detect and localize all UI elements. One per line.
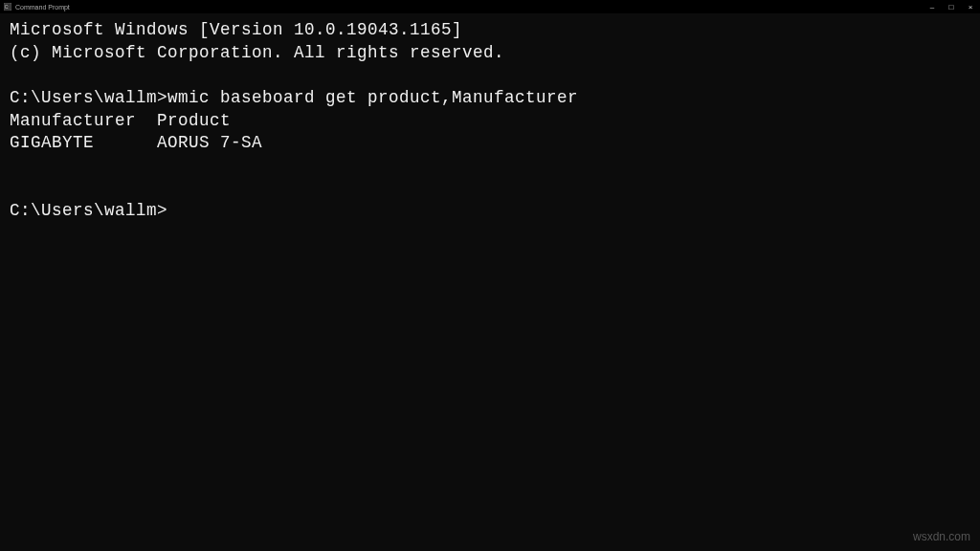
terminal-prompt: C:\Users\wallm> <box>10 200 970 223</box>
terminal-line: GIGABYTE AORUS 7-SA <box>10 132 970 155</box>
close-button[interactable]: × <box>965 2 976 11</box>
terminal-line <box>10 177 970 200</box>
window-controls: – □ × <box>926 2 976 11</box>
terminal-line: Microsoft Windows [Version 10.0.19043.11… <box>10 19 970 42</box>
terminal-line <box>10 64 970 87</box>
terminal-line <box>10 155 970 178</box>
terminal-output[interactable]: Microsoft Windows [Version 10.0.19043.11… <box>0 13 980 229</box>
titlebar-left: C: Command Prompt <box>4 3 70 11</box>
cmd-icon: C: <box>4 3 11 11</box>
watermark: wsxdn.com <box>913 530 970 543</box>
terminal-line: (c) Microsoft Corporation. All rights re… <box>10 42 970 65</box>
minimize-button[interactable]: – <box>926 2 938 11</box>
window-titlebar: C: Command Prompt – □ × <box>0 0 980 13</box>
terminal-line: C:\Users\wallm>wmic baseboard get produc… <box>10 87 970 110</box>
maximize-button[interactable]: □ <box>946 2 957 11</box>
svg-text:C:: C: <box>5 5 10 10</box>
window-title: Command Prompt <box>15 4 70 11</box>
terminal-line: Manufacturer Product <box>10 110 970 133</box>
